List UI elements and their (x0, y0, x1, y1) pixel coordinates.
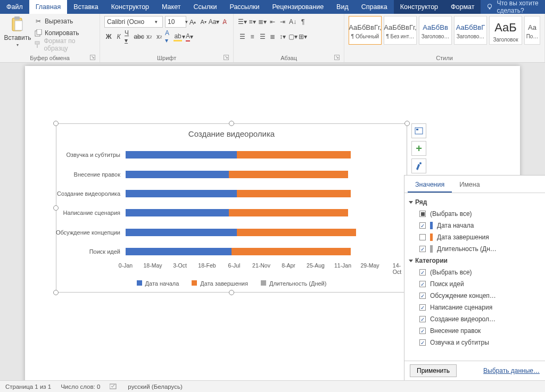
clipboard-launcher[interactable]: ↘ (90, 55, 95, 60)
multilevel-button[interactable]: ≣▾ (258, 18, 267, 26)
tell-me-search[interactable]: Что вы хотите сделать? (481, 0, 545, 14)
font-family-combo[interactable]: Calibri (Осно▾ (104, 16, 163, 28)
filter-series-item[interactable]: (Выбрать все) (408, 208, 542, 220)
chart-bar[interactable] (126, 229, 397, 236)
tab-references[interactable]: Ссылки (187, 0, 223, 14)
checkbox[interactable]: ✓ (419, 222, 426, 229)
legend-item[interactable]: Дата начала (137, 280, 179, 287)
resize-handle[interactable] (53, 290, 59, 295)
change-case-button[interactable]: Aa▾ (210, 18, 218, 26)
style-no-spacing[interactable]: АаБбВвГг,¶ Без инт… (384, 16, 417, 45)
chart-bar[interactable] (126, 209, 397, 216)
tab-chart-format[interactable]: Формат (444, 0, 481, 14)
filter-category-item[interactable]: ✓Написание сценария (408, 302, 542, 313)
checkbox[interactable]: ✓ (419, 316, 426, 322)
paste-button[interactable]: Вставить ▾ (4, 16, 31, 47)
chart-bar-segment[interactable] (229, 209, 348, 216)
checkbox[interactable]: ✓ (419, 269, 426, 276)
chart-bar[interactable] (126, 151, 397, 159)
resize-handle[interactable] (229, 121, 234, 126)
checkbox[interactable]: ✓ (419, 328, 426, 334)
checkbox[interactable]: ✓ (419, 281, 426, 287)
line-spacing-button[interactable]: ↕▾ (278, 32, 287, 41)
filter-categories-header[interactable]: Категории (408, 255, 542, 266)
font-color-button[interactable]: A▾ (185, 32, 194, 41)
checkbox[interactable]: ✓ (419, 304, 426, 311)
show-marks-button[interactable]: ¶ (299, 18, 307, 26)
shading-button[interactable]: ▢▾ (288, 32, 297, 41)
numbering-button[interactable]: ≡▾ (248, 18, 257, 26)
filter-series-header[interactable]: Ряд (408, 196, 542, 208)
paragraph-launcher[interactable]: ↘ (334, 55, 340, 60)
tab-insert[interactable]: Вставка (67, 0, 104, 14)
filter-category-item[interactable]: ✓Поиск идей (408, 278, 542, 290)
status-page[interactable]: Страница 1 из 1 (5, 383, 51, 390)
tab-home[interactable]: Главная (29, 0, 68, 14)
chart-plot-area[interactable] (126, 145, 397, 260)
chart-elements-button[interactable]: + (411, 141, 426, 156)
layout-options-button[interactable] (411, 123, 426, 138)
tab-design[interactable]: Конструктор (105, 0, 155, 14)
superscript-button[interactable]: x2 (155, 32, 163, 41)
italic-button[interactable]: К (114, 32, 123, 41)
bullets-button[interactable]: ☰▾ (238, 18, 246, 26)
chart-styles-button[interactable] (411, 159, 426, 173)
chart-bar-segment[interactable] (237, 151, 351, 159)
chart-bar-segment[interactable] (126, 248, 232, 255)
select-data-link[interactable]: Выбрать данные… (483, 367, 540, 374)
filter-series-item[interactable]: ✓Дата начала (408, 220, 542, 231)
chart-bar-segment[interactable] (126, 171, 229, 178)
checkbox[interactable]: ✓ (419, 339, 426, 346)
tab-review[interactable]: Рецензирование (266, 0, 331, 14)
chart-bar[interactable] (126, 171, 397, 178)
clear-formatting-button[interactable]: A̷ (220, 18, 229, 26)
chart-bar-segment[interactable] (237, 190, 351, 197)
increase-indent-button[interactable]: ⇥ (278, 18, 287, 26)
underline-button[interactable]: Ч ▾ (125, 32, 133, 41)
chart-legend[interactable]: Дата начала Дата завершения Длительность… (56, 280, 407, 287)
chart-object[interactable]: Создание видеоролика Озвучка и субтитрыВ… (56, 123, 407, 293)
justify-button[interactable]: ≣ (268, 32, 277, 41)
chart-bar-segment[interactable] (229, 171, 348, 178)
apply-button[interactable]: Применить (410, 364, 457, 377)
copy-button[interactable]: Копировать (34, 28, 95, 38)
filter-category-item[interactable]: ✓(Выбрать все) (408, 266, 542, 278)
grow-font-button[interactable]: A▴ (188, 18, 197, 26)
format-painter-button[interactable]: Формат по образцу (34, 39, 95, 50)
chart-bar-segment[interactable] (126, 209, 229, 216)
filter-category-item[interactable]: ✓Обсуждение концеп… (408, 290, 542, 302)
font-launcher[interactable]: ↘ (224, 55, 229, 60)
filter-tab-names[interactable]: Имена (452, 178, 487, 193)
status-language[interactable]: русский (Беларусь) (128, 383, 182, 390)
tab-file[interactable]: Файл (0, 0, 29, 14)
legend-item[interactable]: Дата завершения (192, 280, 248, 287)
shrink-font-button[interactable]: A▾ (199, 18, 208, 26)
resize-handle[interactable] (229, 290, 234, 295)
filter-series-item[interactable]: ✓Длительность (Дн… (408, 243, 542, 255)
tab-view[interactable]: Вид (330, 0, 355, 14)
strike-button[interactable]: abc (135, 32, 143, 41)
checkbox[interactable]: ✓ (419, 293, 426, 299)
chart-bar[interactable] (126, 248, 397, 255)
align-right-button[interactable]: ☰ (258, 32, 267, 41)
highlight-button[interactable]: ab▾ (175, 32, 184, 41)
chart-title[interactable]: Создание видеоролика (56, 124, 407, 141)
filter-category-item[interactable]: ✓Создание видеорол… (408, 313, 542, 325)
chart-bar-segment[interactable] (237, 229, 356, 236)
decrease-indent-button[interactable]: ⇤ (268, 18, 277, 26)
filter-category-item[interactable]: ✓Озвучка и субтитры (408, 337, 542, 348)
style-more[interactable]: АаПо… (524, 16, 540, 45)
align-center-button[interactable]: ≡ (248, 32, 257, 41)
tab-mailings[interactable]: Рассылки (223, 0, 266, 14)
chart-bar-segment[interactable] (232, 248, 351, 255)
chart-bar[interactable] (126, 190, 397, 197)
style-title[interactable]: АаБЗаголовок (489, 16, 522, 45)
checkbox[interactable] (419, 234, 426, 240)
chart-bar-segment[interactable] (126, 190, 237, 197)
font-size-combo[interactable]: 10▾ (165, 16, 186, 28)
tab-chart-design[interactable]: Конструктор (394, 0, 444, 14)
styles-gallery[interactable]: АаБбВвГг,¶ Обычный АаБбВвГг,¶ Без инт… А… (349, 16, 540, 45)
spellcheck-icon[interactable] (110, 383, 118, 390)
tab-layout[interactable]: Макет (155, 0, 187, 14)
align-left-button[interactable]: ☰ (238, 32, 246, 41)
